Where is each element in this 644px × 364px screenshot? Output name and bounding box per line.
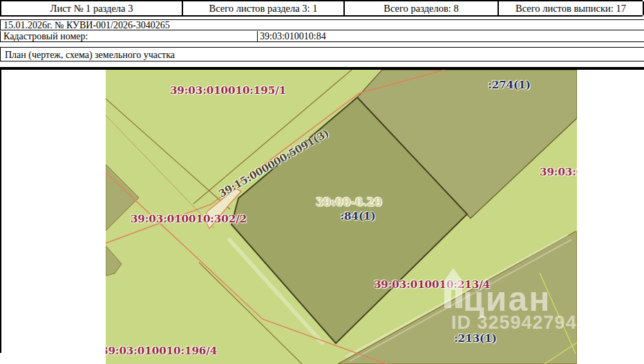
plan-title: План (чертеж, схема) земельного участка — [0, 47, 644, 61]
parcel-map: 39:03:010010:195/1 :274(1) 39:03:0 39:15… — [106, 70, 577, 364]
cadastral-number-value: 39:03:010010:84 — [257, 31, 644, 41]
cadastral-extract-page: { "header": { "row1": [ {"label": "Лист … — [0, 0, 644, 364]
header-cell-total-sections: Всего разделов: 8 — [343, 1, 498, 15]
map-label-quarter-302-2: 39:03:010010:302/2 — [131, 213, 247, 225]
header-cell-sheets-in-section: Всего листов раздела 3: 1 — [182, 1, 343, 15]
document-number-line: 15.01.2026г. № КУВИ-001/2026-3040265 — [0, 19, 644, 30]
map-label-parcel-84: :84(1) — [340, 210, 375, 222]
map-frame-left-border — [0, 67, 1, 353]
map-label-parcel-213: :213(1) — [454, 332, 496, 345]
header-cell-sheet: Лист № 1 раздела 3 — [0, 1, 182, 15]
map-label-quarter-195-1: 39:03:010010:195/1 — [170, 84, 286, 97]
cian-watermark-id: ID 325942794 — [451, 312, 577, 334]
map-label-parcel-274: :274(1) — [488, 79, 530, 91]
header-table: Лист № 1 раздела 3 Всего листов раздела … — [0, 0, 643, 17]
header-cell-total-sheets: Всего листов выписки: 17 — [498, 1, 644, 15]
map-label-quarter-truncated: 39:03:0 — [540, 166, 577, 178]
map-label-quarter-196-4: 39:03:010010:196/4 — [106, 345, 217, 357]
cadastral-number-row: Кадастровый номер: 39:03:010010:84 — [0, 31, 644, 42]
map-label-zone-39-00: 39:00-6.29 — [316, 195, 382, 209]
cadastral-number-label: Кадастровый номер: — [1, 31, 257, 41]
